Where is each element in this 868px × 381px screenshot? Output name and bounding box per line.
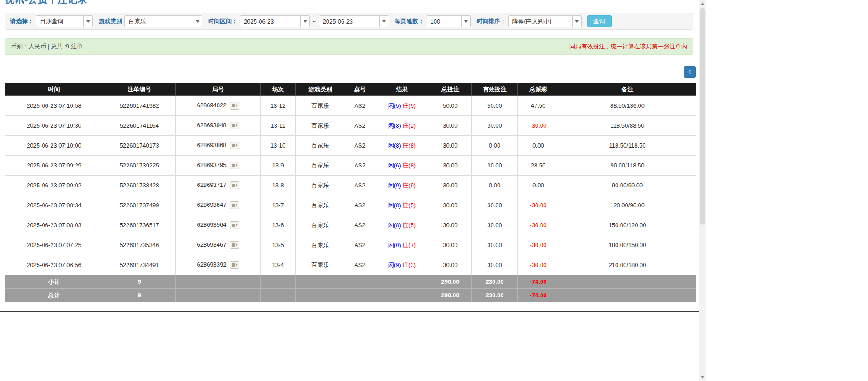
video-replay-icon[interactable] (230, 201, 239, 209)
cell-total-bet[interactable]: 30.00 (429, 195, 472, 215)
footer-count: 9 (103, 289, 176, 302)
date-to-input[interactable] (319, 16, 379, 27)
cell-time: 2025-06-23 07:10:30 (5, 116, 103, 136)
game-type-label: 游戏类别 (99, 17, 122, 25)
table-header-row: 时间注单编号局号场次游戏类别桌号结果总投注有效投注总派彩备注 (5, 83, 696, 96)
query-type-combobox[interactable] (36, 15, 93, 27)
cell-round-id: 628693467 (176, 235, 261, 255)
column-header-6: 结果 (375, 83, 429, 96)
date-from-input[interactable] (240, 16, 300, 27)
scroll-up-arrow-icon[interactable] (699, 0, 706, 7)
cell-game-type: 百家乐 (296, 255, 345, 275)
cell-game-type: 百家乐 (296, 116, 345, 136)
cell-payout: 47.50 (518, 96, 559, 116)
table-body: 2025-06-23 07:10:58522601741982628694022… (5, 96, 696, 275)
cell-payout: 0.00 (518, 176, 559, 195)
video-replay-icon[interactable] (230, 142, 239, 149)
result-player: 闲(8) (388, 222, 401, 229)
footer-empty (345, 275, 375, 289)
cell-session: 13-5 (261, 235, 296, 255)
footer-empty (176, 289, 261, 302)
page-size-label: 每页笔数： (395, 17, 424, 25)
scroll-down-arrow-icon[interactable] (699, 374, 706, 381)
result-player: 闲(9) (388, 182, 401, 189)
cell-total-bet[interactable]: 30.00 (429, 235, 472, 255)
cell-game-type: 百家乐 (296, 176, 345, 195)
date-from-picker[interactable] (240, 15, 310, 27)
cell-total-bet[interactable]: 30.00 (429, 215, 472, 235)
date-to-picker[interactable] (319, 15, 389, 27)
cell-total-bet[interactable]: 30.00 (429, 116, 472, 136)
table-row: 2025-06-23 07:10:00522601740173628693868… (5, 136, 696, 156)
page-1-button[interactable]: 1 (684, 66, 696, 78)
page-size-combobox[interactable] (427, 15, 471, 27)
page-size-input[interactable] (427, 16, 461, 27)
cell-total-bet[interactable]: 30.00 (429, 176, 472, 195)
cell-remark: 118.50/88.50 (559, 116, 696, 136)
cell-total-bet[interactable]: 30.00 (429, 136, 472, 156)
time-sort-combobox[interactable] (508, 15, 582, 27)
date-to-dropdown-arrow-icon[interactable] (379, 16, 389, 27)
footer-empty (559, 275, 696, 289)
cell-valid-bet: 0.00 (472, 176, 518, 195)
column-header-10: 备注 (559, 83, 696, 96)
cell-valid-bet: 30.00 (472, 195, 518, 215)
result-banker: 庄(5) (403, 222, 416, 229)
page-size-dropdown-arrow-icon[interactable] (461, 16, 470, 27)
query-type-dropdown-arrow-icon[interactable] (83, 16, 92, 27)
cell-remark: 120.00/90.00 (559, 195, 696, 215)
cell-total-bet[interactable]: 30.00 (429, 255, 472, 275)
game-type-input[interactable] (125, 16, 193, 27)
search-button[interactable]: 查询 (587, 15, 612, 27)
time-sort-input[interactable] (509, 16, 572, 27)
total-row: 总计9290.00230.00-74.00 (5, 289, 696, 302)
footer-empty (559, 289, 696, 302)
video-replay-icon[interactable] (230, 181, 239, 189)
time-sort-dropdown-arrow-icon[interactable] (572, 16, 581, 27)
result-banker: 庄(2) (403, 122, 416, 129)
game-type-combobox[interactable] (124, 15, 202, 27)
video-replay-icon[interactable] (230, 162, 239, 169)
game-type-dropdown-arrow-icon[interactable] (193, 16, 202, 27)
cell-game-type: 百家乐 (296, 136, 345, 156)
cell-bet-id: 522601741982 (103, 96, 176, 116)
cell-remark: 180.00/150.00 (559, 235, 696, 255)
round-id-text: 628693392 (197, 261, 226, 268)
result-banker: 庄(3) (403, 262, 416, 268)
video-replay-icon[interactable] (230, 261, 239, 269)
round-id-text: 628693868 (197, 142, 226, 148)
main-content: 视讯-公费平注记录 请选择： 游戏类别 时间区间： ~ 每页笔数： 时间排序： (0, 0, 699, 312)
date-from-dropdown-arrow-icon[interactable] (300, 16, 309, 27)
footer-empty (296, 275, 345, 289)
cell-round-id: 628693647 (176, 195, 261, 215)
cell-time: 2025-06-23 07:10:00 (5, 136, 103, 156)
result-player: 闲(9) (388, 262, 401, 268)
cell-session: 13-12 (261, 96, 296, 116)
scrollbar-thumb[interactable] (700, 8, 705, 225)
cell-table-no: AS2 (345, 176, 375, 195)
date-range-label: 时间区间： (208, 17, 237, 25)
cell-game-type: 百家乐 (296, 215, 345, 235)
footer-valid-bet: 230.00 (472, 289, 518, 302)
cell-time: 2025-06-23 07:06:56 (5, 255, 103, 275)
page-title: 视讯-公费平注记录 (5, 0, 699, 5)
cell-round-id: 628694022 (176, 96, 261, 116)
result-player: 闲(8) (388, 122, 401, 129)
cell-total-bet[interactable]: 30.00 (429, 156, 472, 176)
table-row: 2025-06-23 07:09:02522601738428628693717… (5, 176, 696, 195)
video-replay-icon[interactable] (230, 122, 239, 129)
vertical-scrollbar[interactable] (699, 0, 706, 381)
cell-remark: 90.00/118.50 (559, 156, 696, 176)
cell-round-id: 628693795 (176, 156, 261, 176)
subtotal-row: 小计9290.00230.00-74.00 (5, 275, 696, 289)
video-replay-icon[interactable] (230, 221, 239, 229)
cell-time: 2025-06-23 07:07:25 (5, 235, 103, 255)
video-replay-icon[interactable] (230, 241, 239, 249)
table-row: 2025-06-23 07:10:30522601741164628693948… (5, 116, 696, 136)
cell-total-bet[interactable]: 50.00 (429, 96, 472, 116)
cell-game-type: 百家乐 (296, 195, 345, 215)
result-player: 闲(8) (388, 142, 401, 149)
query-type-input[interactable] (36, 16, 83, 27)
video-replay-icon[interactable] (230, 102, 239, 110)
cell-round-id: 628693868 (176, 136, 261, 156)
